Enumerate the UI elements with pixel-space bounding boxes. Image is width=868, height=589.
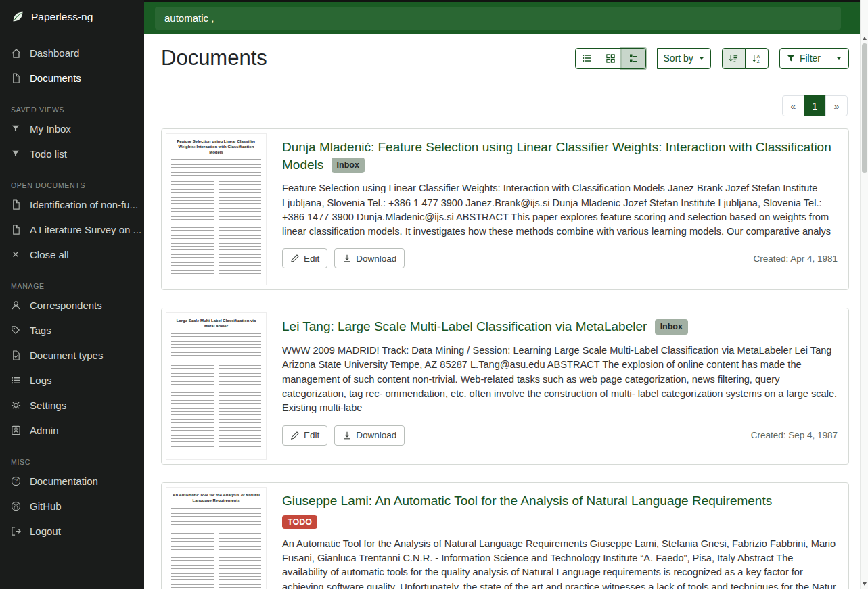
thumbnail-textlines (171, 333, 261, 360)
section-header-open-documents: OPEN DOCUMENTS (0, 177, 144, 192)
svg-text:?: ? (14, 477, 18, 484)
list-view-icon (582, 53, 593, 64)
sidebar-item-label: Documentation (30, 475, 98, 487)
app-logo[interactable]: Paperless-ng (0, 0, 144, 34)
scroll-up-arrow-icon[interactable] (863, 37, 867, 40)
edit-button[interactable]: Edit (282, 425, 327, 446)
grid-view-icon (606, 53, 616, 64)
sidebar-item-correspondents[interactable]: Correspondents (0, 293, 144, 318)
file-check-icon (11, 350, 22, 361)
view-grid-button[interactable] (599, 48, 622, 69)
filter-button[interactable]: Filter (779, 48, 827, 69)
sort-alpha-button[interactable]: AZ (745, 48, 769, 69)
sidebar-item-label: Logout (30, 525, 61, 537)
edit-label: Edit (304, 430, 319, 440)
document-title-link[interactable]: Lei Tang: Large Scale Multi-Label Classi… (282, 318, 838, 335)
sidebar-item-label: My Inbox (30, 123, 71, 135)
sidebar-nav: Dashboard Documents SAVED VIEWS My Inbox… (0, 34, 144, 544)
document-thumbnail[interactable]: Feature Selection using Linear Classifie… (162, 129, 271, 289)
document-excerpt: Feature Selection using Linear Classifie… (282, 181, 838, 239)
sidebar-item-label: Document types (30, 350, 103, 361)
sidebar-item-todo-list[interactable]: Todo list (0, 141, 144, 166)
view-details-button[interactable] (622, 48, 646, 69)
scrollbar-thumb[interactable] (862, 43, 867, 173)
pagination-page-1[interactable]: 1 (804, 95, 826, 116)
sidebar-item-label: A Literature Survey on ... (30, 224, 141, 235)
thumbnail-columns (171, 181, 261, 279)
funnel-icon (11, 149, 22, 160)
file-text-icon (11, 73, 22, 84)
download-button[interactable]: Download (334, 425, 405, 446)
sidebar-item-open-document-1[interactable]: Identification of non-fu... (0, 192, 144, 217)
card-footer: Edit Download Created: Apr 4, 1981 (282, 248, 838, 268)
document-title: Giuseppe Lami: An Automatic Tool for the… (282, 494, 772, 508)
sidebar-item-admin[interactable]: Admin (0, 418, 144, 443)
thumbnail-title: Feature Selection using Linear Classifie… (171, 139, 261, 155)
scroll-down-arrow-icon[interactable] (863, 582, 867, 586)
house-icon (11, 48, 22, 59)
box-arrow-right-icon (11, 526, 22, 537)
thumbnail-title: An Automatic Tool for the Analysis of Na… (171, 493, 261, 504)
sidebar-item-label: Logs (30, 375, 52, 386)
document-card-body: Lei Tang: Large Scale Multi-Label Classi… (271, 308, 848, 464)
tag-badge-todo[interactable]: TODO (282, 515, 317, 529)
view-list-button[interactable] (575, 48, 599, 69)
search-input[interactable] (155, 7, 841, 30)
edit-button[interactable]: Edit (282, 248, 327, 268)
tag-badge-inbox[interactable]: Inbox (332, 158, 365, 173)
sidebar-item-label: Documents (30, 72, 81, 84)
document-title-link[interactable]: Giuseppe Lami: An Automatic Tool for the… (282, 492, 838, 510)
document-thumbnail[interactable]: Large Scale Multi-Label Classification v… (162, 308, 271, 464)
thumbnail-columns (171, 533, 261, 589)
sidebar-item-label: Admin (30, 425, 59, 436)
person-badge-icon (11, 425, 22, 436)
download-icon (342, 431, 352, 440)
scrollbar[interactable] (860, 0, 868, 589)
pagination-prev[interactable]: « (782, 95, 804, 116)
sidebar-item-github[interactable]: GitHub (0, 494, 144, 519)
sidebar-item-label: Correspondents (30, 300, 102, 311)
filter-dropdown-toggle[interactable] (827, 48, 849, 69)
badge-row: TODO (282, 515, 838, 529)
sidebar-item-documentation[interactable]: ? Documentation (0, 469, 144, 494)
sidebar-item-open-document-2[interactable]: A Literature Survey on ... (0, 217, 144, 242)
created-date: Created: Sep 4, 1987 (751, 430, 838, 440)
sort-direction-group: AZ (722, 48, 769, 69)
download-label: Download (356, 430, 396, 440)
pagination-next[interactable]: » (825, 95, 848, 116)
svg-text:Z: Z (757, 59, 760, 64)
sidebar-item-logout[interactable]: Logout (0, 519, 144, 544)
sidebar-item-settings[interactable]: Settings (0, 393, 144, 418)
view-toggle-group (575, 48, 646, 69)
sidebar-item-logs[interactable]: Logs (0, 368, 144, 393)
thumbnail-title: Large Scale Multi-Label Classification v… (171, 319, 261, 329)
funnel-icon (11, 124, 22, 135)
close-icon (11, 250, 22, 260)
filter-label: Filter (800, 53, 821, 64)
sort-descending-button[interactable] (722, 48, 746, 69)
sidebar-item-document-types[interactable]: Document types (0, 343, 144, 368)
download-label: Download (356, 254, 396, 264)
document-card: Large Scale Multi-Label Classification v… (161, 308, 849, 465)
sidebar-item-tags[interactable]: Tags (0, 318, 144, 343)
sort-by-dropdown[interactable]: Sort by (657, 48, 711, 69)
document-card: An Automatic Tool for the Analysis of Na… (161, 482, 849, 589)
thumbnail-textlines (171, 508, 261, 528)
sidebar-item-dashboard[interactable]: Dashboard (0, 41, 144, 66)
document-title-link[interactable]: Dunja Mladenić: Feature Selection using … (282, 139, 838, 173)
thumbnail-page: Large Scale Multi-Label Classification v… (166, 312, 267, 460)
edit-label: Edit (304, 254, 319, 264)
top-navbar (144, 0, 868, 34)
download-button[interactable]: Download (334, 248, 405, 268)
tag-badge-inbox[interactable]: Inbox (655, 319, 688, 335)
sort-by-group: Sort by (657, 48, 711, 69)
gear-icon (11, 400, 22, 411)
sidebar-item-my-inbox[interactable]: My Inbox (0, 116, 144, 141)
sidebar-item-documents[interactable]: Documents (0, 66, 144, 91)
document-excerpt: An Automatic Tool for the Analysis of Na… (282, 537, 838, 589)
document-thumbnail[interactable]: An Automatic Tool for the Analysis of Na… (162, 483, 271, 589)
sidebar-item-close-all[interactable]: Close all (0, 242, 144, 267)
leaf-logo-icon (11, 10, 24, 24)
document-card: Feature Selection using Linear Classifie… (161, 128, 849, 290)
section-header-manage: MANAGE (0, 278, 144, 293)
